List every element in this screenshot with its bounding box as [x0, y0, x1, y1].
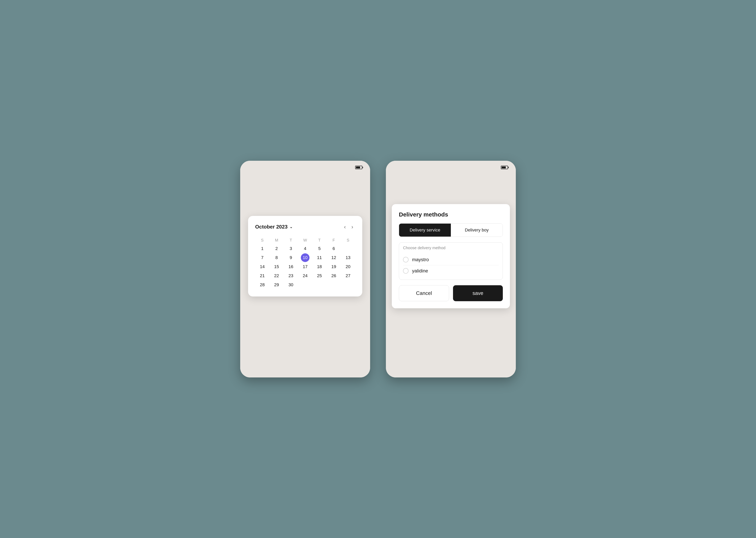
day-29[interactable]: 29	[269, 280, 284, 290]
choose-delivery-label: Choose delivery method	[403, 246, 499, 250]
calendar-header: October 2023 ⌄ ‹ ›	[255, 223, 355, 231]
phone-frame-1: 9:41 ∿ ← ⬆ ⋮ #1002 Today at 8:57 PM from…	[240, 161, 370, 377]
day-14[interactable]: 14	[255, 262, 269, 271]
day-3[interactable]: 3	[284, 244, 298, 253]
day-header-w: W	[298, 237, 312, 244]
option-label-maystro: maystro	[412, 257, 429, 262]
day-13[interactable]: 13	[341, 253, 355, 262]
day-23[interactable]: 23	[284, 271, 298, 280]
day-empty-4	[327, 280, 341, 290]
option-label-yalidine: yalidine	[412, 268, 428, 274]
day-header-s2: S	[341, 237, 355, 244]
delivery-option-maystro[interactable]: maystro	[403, 254, 499, 265]
calendar-dropdown-icon[interactable]: ⌄	[290, 225, 293, 229]
day-header-t1: T	[284, 237, 298, 244]
day-11[interactable]: 11	[312, 253, 327, 262]
day-20[interactable]: 20	[341, 262, 355, 271]
delivery-option-yalidine[interactable]: yalidine	[403, 265, 499, 276]
radio-yalidine[interactable]	[403, 268, 408, 274]
delivery-options-box: Choose delivery method maystro yalidine	[399, 242, 503, 280]
day-empty-1	[341, 244, 355, 253]
calendar-popup: October 2023 ⌄ ‹ › S M T W T F S 1 2 3 4…	[248, 216, 362, 296]
day-header-f: F	[327, 237, 341, 244]
phone-frame-2: 9:41 ∿ ← ⬆ ⋮ #1002 Delivery methods	[386, 161, 516, 377]
day-28[interactable]: 28	[255, 280, 269, 290]
day-1[interactable]: 1	[255, 244, 269, 253]
day-8[interactable]: 8	[269, 253, 284, 262]
tab-delivery-service[interactable]: Delivery service	[399, 224, 451, 237]
month-year-display: October 2023 ⌄	[255, 224, 293, 230]
calendar-grid: S M T W T F S 1 2 3 4 5 6 7 8 9 10 11 12…	[255, 237, 355, 290]
calendar-next-button[interactable]: ›	[350, 223, 355, 231]
day-24[interactable]: 24	[298, 271, 312, 280]
day-6[interactable]: 6	[327, 244, 341, 253]
day-26[interactable]: 26	[327, 271, 341, 280]
day-9[interactable]: 9	[284, 253, 298, 262]
battery-icon-1	[355, 166, 362, 169]
cancel-button[interactable]: Cancel	[399, 285, 449, 301]
day-18[interactable]: 18	[312, 262, 327, 271]
day-15[interactable]: 15	[269, 262, 284, 271]
day-21[interactable]: 21	[255, 271, 269, 280]
modal-title: Delivery methods	[399, 211, 503, 218]
day-19[interactable]: 19	[327, 262, 341, 271]
calendar-prev-button[interactable]: ‹	[342, 223, 348, 231]
day-header-s1: S	[255, 237, 269, 244]
day-5[interactable]: 5	[312, 244, 327, 253]
tab-delivery-boy[interactable]: Delivery boy	[451, 224, 503, 237]
day-2[interactable]: 2	[269, 244, 284, 253]
day-header-m: M	[269, 237, 284, 244]
day-22[interactable]: 22	[269, 271, 284, 280]
day-header-t2: T	[312, 237, 327, 244]
day-27[interactable]: 27	[341, 271, 355, 280]
day-4[interactable]: 4	[298, 244, 312, 253]
day-30[interactable]: 30	[284, 280, 298, 290]
radio-maystro[interactable]	[403, 257, 408, 262]
save-button[interactable]: save	[453, 285, 503, 301]
day-25[interactable]: 25	[312, 271, 327, 280]
day-empty-2	[298, 280, 312, 290]
day-17[interactable]: 17	[298, 262, 312, 271]
modal-actions: Cancel save	[399, 285, 503, 301]
delivery-modal: Delivery methods Delivery service Delive…	[392, 204, 510, 308]
battery-icon-2	[501, 166, 508, 169]
day-10[interactable]: 10	[301, 253, 309, 262]
day-empty-3	[312, 280, 327, 290]
day-12[interactable]: 12	[327, 253, 341, 262]
delivery-tab-toggle: Delivery service Delivery boy	[399, 223, 503, 237]
day-7[interactable]: 7	[255, 253, 269, 262]
day-16[interactable]: 16	[284, 262, 298, 271]
day-empty-5	[341, 280, 355, 290]
